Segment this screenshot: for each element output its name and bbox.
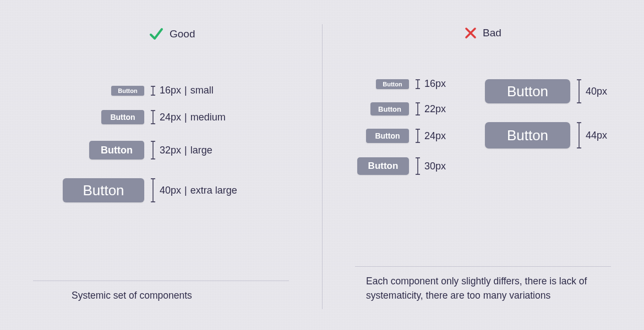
- measure-16: 16px: [414, 78, 446, 90]
- button-30: Button: [357, 157, 409, 175]
- good-heading: Good: [149, 26, 322, 42]
- good-row-large: Button 32px|large: [89, 141, 212, 160]
- bad-left-row-16: Button 16px: [376, 78, 446, 90]
- good-row-xl: Button 40px|extra large: [63, 178, 237, 202]
- good-heading-label: Good: [170, 28, 195, 40]
- measure-30: 30px: [414, 157, 446, 175]
- bracket-icon: [150, 141, 156, 160]
- button-24: Button: [366, 129, 409, 143]
- horizontal-divider: [355, 266, 611, 267]
- size-label-16: 16px: [424, 78, 446, 90]
- measure-44: 44px: [576, 122, 607, 148]
- button-medium: Button: [101, 110, 144, 124]
- bad-right-row-40: Button 40px: [485, 79, 607, 103]
- good-row-medium: Button 24px|medium: [101, 110, 226, 124]
- measure-40: 40px: [576, 79, 607, 103]
- button-large: Button: [89, 141, 144, 160]
- bracket-icon: [150, 110, 156, 124]
- size-label-44: 44px: [586, 130, 607, 141]
- button-16: Button: [376, 79, 409, 89]
- x-icon: [464, 26, 477, 40]
- bracket-icon: [576, 122, 582, 148]
- button-extra-large: Button: [63, 178, 144, 202]
- button-40: Button: [485, 79, 570, 103]
- size-label-xl: 40px|extra large: [160, 185, 237, 196]
- measure-large: 32px|large: [150, 141, 212, 160]
- button-small: Button: [111, 86, 144, 96]
- check-icon: [149, 26, 164, 42]
- measure-24: 24px: [414, 129, 446, 143]
- bad-left-row-30: Button 30px: [357, 157, 446, 175]
- good-row-small: Button 16px|small: [111, 85, 214, 96]
- measure-xl: 40px|extra large: [150, 178, 237, 202]
- size-label-small: 16px|small: [160, 85, 214, 96]
- bracket-icon: [576, 79, 582, 103]
- bracket-icon: [414, 157, 421, 175]
- horizontal-divider: [33, 280, 289, 281]
- good-footer: Systemic set of components: [0, 280, 322, 330]
- good-column: Good Button 16px|small Button: [0, 0, 322, 330]
- bad-heading: Bad: [464, 26, 644, 40]
- size-label-medium: 24px|medium: [160, 112, 226, 123]
- bad-heading-label: Bad: [483, 27, 501, 39]
- bracket-icon: [150, 86, 156, 96]
- measure-medium: 24px|medium: [150, 110, 226, 124]
- bracket-icon: [414, 79, 421, 89]
- bad-footer: Each component only slightly differs, th…: [322, 266, 644, 330]
- bad-body: Button 16px Button 22px Button: [322, 40, 644, 266]
- size-label-24: 24px: [424, 130, 446, 142]
- bracket-icon: [414, 129, 421, 143]
- bracket-icon: [150, 178, 156, 202]
- measure-small: 16px|small: [150, 85, 214, 96]
- bad-right-row-44: Button 44px: [485, 122, 607, 148]
- good-body: Button 16px|small Button: [0, 42, 322, 280]
- bad-column: Bad Button 16px Button 22px: [322, 0, 644, 330]
- size-label-40: 40px: [586, 86, 607, 97]
- button-44: Button: [485, 122, 570, 148]
- bad-caption: Each component only slightly differs, th…: [366, 274, 611, 302]
- bad-left-row-22: Button 22px: [370, 102, 446, 116]
- bracket-icon: [414, 102, 421, 116]
- measure-22: 22px: [414, 102, 446, 116]
- size-label-22: 22px: [424, 103, 446, 115]
- good-caption: Systemic set of components: [72, 289, 289, 302]
- comparison-diagram: Good Button 16px|small Button: [0, 0, 644, 330]
- size-label-30: 30px: [424, 161, 446, 172]
- bad-left-row-24: Button 24px: [366, 129, 446, 143]
- size-label-large: 32px|large: [160, 145, 212, 156]
- button-22: Button: [370, 102, 409, 116]
